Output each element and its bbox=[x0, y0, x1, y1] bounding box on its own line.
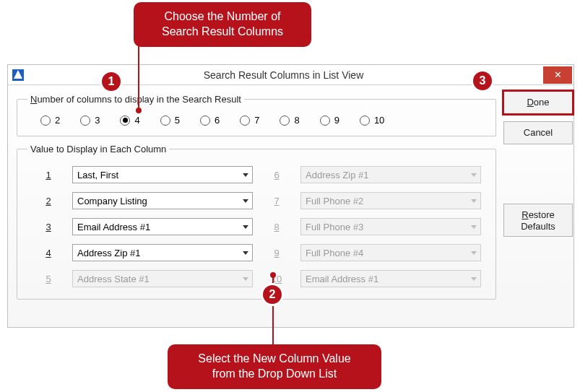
col-select-3[interactable]: Email Address #1 bbox=[72, 218, 253, 235]
group-legend: Number of columns to display in the Sear… bbox=[27, 94, 244, 105]
app-icon bbox=[12, 69, 24, 81]
col-index-7: 7 bbox=[269, 196, 285, 206]
radio-label: 3 bbox=[95, 115, 100, 126]
radio-label: 6 bbox=[215, 115, 220, 126]
radio-2[interactable]: 2 bbox=[40, 115, 60, 126]
combo-value: Address Zip #1 bbox=[306, 170, 368, 180]
close-button[interactable]: ✕ bbox=[543, 66, 572, 84]
close-icon: ✕ bbox=[554, 69, 562, 80]
callout-line: Choose the Number of bbox=[150, 9, 295, 25]
radio-icon bbox=[160, 116, 170, 126]
col-select-1[interactable]: Last, First bbox=[72, 166, 253, 183]
radio-7[interactable]: 7 bbox=[240, 115, 259, 126]
col-index-5: 5 bbox=[40, 274, 56, 284]
radio-icon bbox=[200, 116, 210, 126]
btn-line2: Defaults bbox=[521, 221, 555, 232]
col-select-4[interactable]: Address Zip #1 bbox=[72, 244, 253, 261]
group-number-of-columns: Number of columns to display in the Sear… bbox=[17, 94, 496, 136]
col-index-9: 9 bbox=[269, 248, 285, 258]
combo-value: Full Phone #2 bbox=[306, 196, 363, 206]
combo-value: Full Phone #3 bbox=[306, 222, 363, 232]
connector-dot bbox=[136, 108, 142, 113]
radio-label: 8 bbox=[294, 115, 299, 126]
col-select-6: Address Zip #1 bbox=[300, 166, 481, 183]
radio-icon bbox=[360, 116, 370, 126]
radio-5[interactable]: 5 bbox=[160, 115, 180, 126]
col-index-2: 2 bbox=[40, 196, 56, 206]
step-badge-1: 1 bbox=[100, 70, 123, 93]
col-select-2[interactable]: Company Listing bbox=[72, 192, 253, 209]
combo-value: Full Phone #4 bbox=[306, 248, 363, 258]
radio-8[interactable]: 8 bbox=[280, 115, 299, 126]
step-badge-2: 2 bbox=[261, 283, 284, 306]
cancel-button[interactable]: Cancel bbox=[503, 121, 573, 144]
callout-line: Search Result Columns bbox=[150, 25, 295, 40]
radio-label: 7 bbox=[254, 115, 259, 126]
btn-accel: R bbox=[521, 209, 528, 220]
combo-value: Company Listing bbox=[77, 196, 147, 206]
combo-value: Email Address #1 bbox=[77, 222, 150, 232]
radio-label: 4 bbox=[134, 115, 139, 126]
columns-grid: 1 Last, First 6 Address Zip #1 2 Company… bbox=[27, 162, 485, 290]
group-legend: Value to Display in Each Column bbox=[27, 144, 169, 154]
combo-value: Email Address #1 bbox=[306, 274, 378, 284]
callout-choose-columns: Choose the Number of Search Result Colum… bbox=[134, 2, 311, 47]
btn-rest: estore bbox=[529, 209, 555, 220]
radio-row: 2 3 4 5 6 7 8 9 10 bbox=[27, 112, 485, 127]
callout-line: from the Drop Down List bbox=[183, 367, 365, 382]
step-badge-3: 3 bbox=[471, 69, 494, 92]
radio-label: 10 bbox=[374, 115, 384, 126]
radio-3[interactable]: 3 bbox=[80, 115, 100, 126]
radio-icon bbox=[40, 116, 51, 126]
btn-accel: D bbox=[527, 97, 533, 108]
callout-line: Select the New Column Value bbox=[183, 352, 365, 367]
radio-label: 2 bbox=[55, 115, 60, 126]
restore-defaults-button[interactable]: Restore Defaults bbox=[503, 204, 573, 237]
combo-value: Address Zip #1 bbox=[77, 248, 140, 258]
combo-value: Address State #1 bbox=[77, 274, 150, 284]
col-index-1: 1 bbox=[40, 170, 56, 180]
col-select-8: Full Phone #3 bbox=[300, 218, 481, 235]
radio-icon bbox=[280, 116, 290, 126]
col-index-8: 8 bbox=[269, 222, 285, 232]
group-value-per-column: Value to Display in Each Column 1 Last, … bbox=[17, 144, 496, 300]
radio-label: 5 bbox=[175, 115, 180, 126]
dialog-search-result-columns: Search Result Columns in List View ✕ Num… bbox=[7, 64, 574, 328]
combo-value: Last, First bbox=[77, 170, 118, 180]
connector-line bbox=[138, 45, 139, 109]
radio-6[interactable]: 6 bbox=[200, 115, 220, 126]
btn-rest: one bbox=[534, 97, 550, 108]
col-select-9: Full Phone #4 bbox=[300, 244, 481, 261]
col-select-7: Full Phone #2 bbox=[300, 192, 481, 209]
callout-select-value: Select the New Column Value from the Dro… bbox=[168, 344, 381, 389]
connector-dot bbox=[270, 272, 276, 278]
radio-icon bbox=[80, 116, 90, 126]
legend-accel: N bbox=[30, 94, 37, 105]
col-select-5: Address State #1 bbox=[72, 270, 253, 287]
col-index-6: 6 bbox=[269, 170, 285, 180]
btn-label: Cancel bbox=[524, 127, 553, 138]
col-index-3: 3 bbox=[40, 222, 56, 232]
col-select-10: Email Address #1 bbox=[300, 270, 481, 287]
done-button[interactable]: Done bbox=[503, 91, 573, 114]
radio-10[interactable]: 10 bbox=[360, 115, 384, 126]
radio-icon bbox=[240, 116, 250, 126]
radio-icon bbox=[320, 116, 330, 126]
col-index-4: 4 bbox=[40, 248, 56, 258]
radio-9[interactable]: 9 bbox=[320, 115, 339, 126]
radio-label: 9 bbox=[334, 115, 339, 126]
radio-icon bbox=[120, 116, 130, 126]
radio-4[interactable]: 4 bbox=[120, 115, 139, 126]
